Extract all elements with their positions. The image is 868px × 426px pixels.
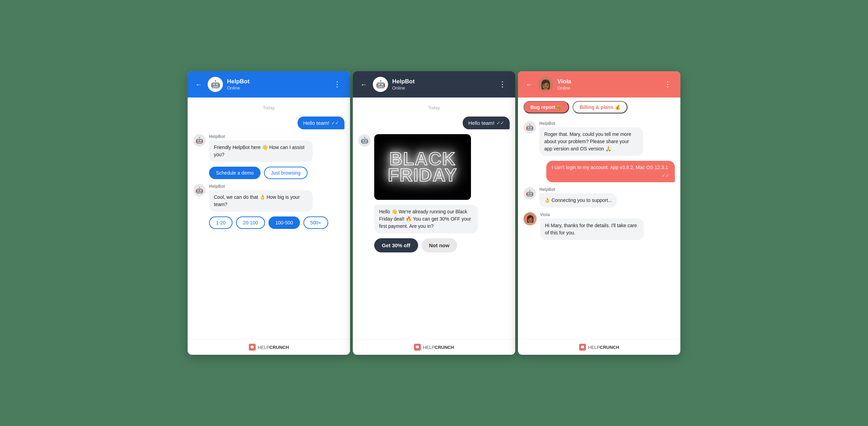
panel3-viola-content: Viola Hi Mary, thanks for the details. I… xyxy=(540,212,644,240)
panel1-bot-content-1: HelpBot Friendly HelpBot here 👋 How can … xyxy=(209,134,313,162)
panel1-date: Today xyxy=(193,105,345,110)
panel3-brand: 💬 HELPCRUNCH xyxy=(579,344,619,351)
panel1-more-button[interactable]: ⋮ xyxy=(331,78,344,90)
panel3-bot-row-1: 🤖 HelpBot Roger that. Mary, could you te… xyxy=(523,121,675,156)
panel2-bf-card: BLACKFRIDAY xyxy=(374,134,471,200)
panel1-size-20-100[interactable]: 20-100 xyxy=(236,216,265,229)
panel1-size-1-20[interactable]: 1-20 xyxy=(209,216,233,229)
panel1-brand-text: HELPCRUNCH xyxy=(258,345,289,350)
panel3-status: Online xyxy=(557,85,657,91)
panel1-bot-content-2: HelpBot Cool, we can do that 👌 How big i… xyxy=(209,184,313,212)
panel2-action-row: Get 30% off Not now xyxy=(358,238,510,252)
panel3-bot-row-2: 🤖 HelpBot 👌 Connecting you to support... xyxy=(523,187,675,207)
panel2-bot-content-1: Hello 👋 We're already running our Black … xyxy=(374,205,478,233)
panel2-check-1: ✓✓ xyxy=(497,120,504,126)
panel1-bot-label-1: HelpBot xyxy=(209,134,313,139)
panel1-status: Online xyxy=(227,85,327,91)
panel2-footer: 💬 HELPCRUNCH xyxy=(353,339,515,355)
panel3-viola-bubble: Hi Mary, thanks for the details. I'll ta… xyxy=(540,219,644,240)
panel2-header: ← 🤖 HelpBot Online ⋮ xyxy=(353,71,515,98)
panel-2: ← 🤖 HelpBot Online ⋮ Today Hello team! ✓… xyxy=(353,71,515,355)
panel1-bot-avatar-sm-2: 🤖 xyxy=(193,184,206,196)
panel2-chat-area: Today Hello team! ✓✓ 🤖 BLACKFRIDAY H xyxy=(353,98,515,339)
panel1-chat-area: Today Hello team! ✓✓ 🤖 HelpBot Friendly … xyxy=(188,98,350,339)
panel3-logo-icon: 💬 xyxy=(579,344,586,351)
panel2-header-info: HelpBot Online xyxy=(392,78,492,90)
panel3-bot-label-2: HelpBot xyxy=(539,187,617,192)
panel2-bot-bubble-1: Hello 👋 We're already running our Black … xyxy=(374,205,478,233)
panel2-more-button[interactable]: ⋮ xyxy=(496,78,509,90)
panel-1: ← 🤖 HelpBot Online ⋮ Today Hello team! ✓… xyxy=(188,71,350,355)
panel1-size-500plus[interactable]: 500+ xyxy=(303,216,328,229)
panel3-tag-billing[interactable]: Billing & plans 💰 xyxy=(573,101,627,113)
panel1-team-sizes: 1-20 20-100 100-500 500+ xyxy=(193,216,345,229)
panel2-bf-row: 🤖 BLACKFRIDAY xyxy=(358,134,510,200)
panel2-bot-row-1: Hello 👋 We're already running our Black … xyxy=(358,205,510,233)
panel1-header-info: HelpBot Online xyxy=(227,78,327,90)
panel2-msg-text-1: Hello team! xyxy=(468,120,494,126)
panel1-quick-replies: Schedule a demo Just browsing xyxy=(193,167,345,179)
panel3-check-1: ✓✓ xyxy=(662,173,669,179)
panel2-bf-text: BLACKFRIDAY xyxy=(388,151,457,183)
panel1-bot-row-1: 🤖 HelpBot Friendly HelpBot here 👋 How ca… xyxy=(193,134,345,162)
panel3-viola-name: Viola xyxy=(540,212,644,217)
panel3-user-name: Viola xyxy=(557,78,657,85)
panel3-msg-text-1: I can't login to my account. App v3.8.2,… xyxy=(552,165,668,170)
panel3-bot-content-2: HelpBot 👌 Connecting you to support... xyxy=(539,187,617,207)
panel3-bot-bubble-1: Roger that. Mary, could you tell me more… xyxy=(539,127,643,156)
panel3-more-button[interactable]: ⋮ xyxy=(661,78,674,90)
panel2-bf-image: BLACKFRIDAY xyxy=(374,134,471,200)
panel3-chat-area: 🤖 HelpBot Roger that. Mary, could you te… xyxy=(518,115,680,339)
panel3-bot-content-1: HelpBot Roger that. Mary, could you tell… xyxy=(539,121,643,156)
panel3-header: ← 👩🏾 Viola Online ⋮ xyxy=(518,71,680,98)
panel1-check-1: ✓✓ xyxy=(331,120,339,126)
panel1-bot-avatar: 🤖 xyxy=(208,77,223,92)
panel2-bot-name: HelpBot xyxy=(392,78,492,85)
panel2-brand-text: HELPCRUNCH xyxy=(423,345,454,350)
panel1-logo-icon: 💬 xyxy=(249,344,256,351)
panel3-brand-text: HELPCRUNCH xyxy=(588,345,619,350)
panel3-bot-bubble-2: 👌 Connecting you to support... xyxy=(539,193,617,207)
panel1-bot-label-2: HelpBot xyxy=(209,184,313,189)
panel1-qr-schedule[interactable]: Schedule a demo xyxy=(209,167,261,179)
panel2-date: Today xyxy=(358,105,510,110)
panel2-msg-outgoing: Hello team! ✓✓ xyxy=(463,117,510,129)
panel3-header-info: Viola Online xyxy=(557,78,657,90)
panel2-bot-avatar: 🤖 xyxy=(373,77,388,92)
panel2-back-button[interactable]: ← xyxy=(359,79,369,90)
panel1-bot-bubble-2: Cool, we can do that 👌 How big is your t… xyxy=(209,190,313,212)
panel1-qr-browsing[interactable]: Just browsing xyxy=(264,167,308,179)
panel2-get-30-button[interactable]: Get 30% off xyxy=(374,238,418,252)
panel3-bot-label-1: HelpBot xyxy=(539,121,643,126)
panel3-tag-bug-report[interactable]: Bug report 🐛 xyxy=(523,101,569,113)
panel1-bot-name: HelpBot xyxy=(227,78,327,85)
panel3-user-avatar: 👩🏾 xyxy=(538,77,553,92)
panel3-viola-row: 👩🏾 Viola Hi Mary, thanks for the details… xyxy=(523,212,675,240)
panel1-msg-outgoing: Hello team! ✓✓ xyxy=(298,117,345,129)
panel3-viola-avatar: 👩🏾 xyxy=(523,212,537,225)
panel2-status: Online xyxy=(392,85,492,91)
panel1-bot-bubble-1: Friendly HelpBot here 👋 How can I assist… xyxy=(209,140,313,162)
panel1-back-button[interactable]: ← xyxy=(194,79,204,90)
panel3-msg-outgoing: I can't login to my account. App v3.8.2,… xyxy=(546,161,675,182)
panel1-bot-row-2: 🤖 HelpBot Cool, we can do that 👌 How big… xyxy=(193,184,345,212)
panel1-size-100-500[interactable]: 100-500 xyxy=(268,216,300,229)
panel2-not-now-button[interactable]: Not now xyxy=(422,238,457,252)
panel3-bot-avatar-sm-2: 🤖 xyxy=(523,187,536,200)
panel3-footer: 💬 HELPCRUNCH xyxy=(518,339,680,355)
panel1-header: ← 🤖 HelpBot Online ⋮ xyxy=(188,71,350,98)
panel1-footer: 💬 HELPCRUNCH xyxy=(188,339,350,355)
panel3-bot-avatar-sm-1: 🤖 xyxy=(523,121,536,133)
panel1-msg-text-1: Hello team! xyxy=(303,120,329,126)
panel1-bot-avatar-sm-1: 🤖 xyxy=(193,134,206,147)
panel3-back-button[interactable]: ← xyxy=(524,79,534,90)
panel3-tags-row: Bug report 🐛 Billing & plans 💰 xyxy=(518,98,680,115)
panel1-brand: 💬 HELPCRUNCH xyxy=(249,344,289,351)
panel2-logo-icon: 💬 xyxy=(414,344,421,351)
panel-3: ← 👩🏾 Viola Online ⋮ Bug report 🐛 Billing… xyxy=(518,71,680,355)
panels-container: ← 🤖 HelpBot Online ⋮ Today Hello team! ✓… xyxy=(186,71,682,355)
panel2-brand: 💬 HELPCRUNCH xyxy=(414,344,454,351)
panel2-bot-avatar-sm-1: 🤖 xyxy=(358,134,371,147)
